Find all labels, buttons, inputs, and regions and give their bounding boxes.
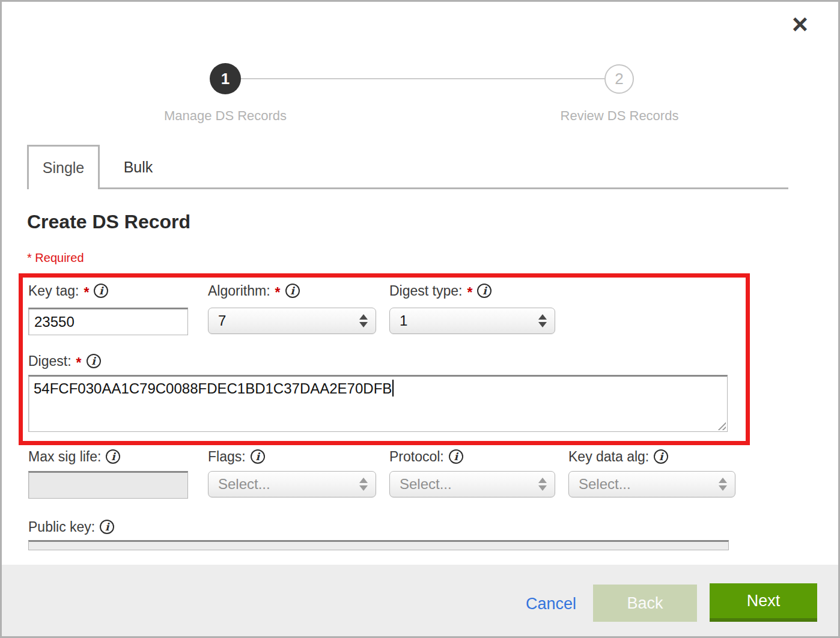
info-icon[interactable]: i <box>106 449 120 464</box>
next-button[interactable]: Next <box>710 583 817 622</box>
select-arrows-icon <box>359 478 368 491</box>
required-note: * Required <box>27 251 84 265</box>
tab-single[interactable]: Single <box>27 145 100 189</box>
select-arrows-icon <box>359 314 368 327</box>
page-title: Create DS Record <box>27 211 190 233</box>
info-icon[interactable]: i <box>94 284 108 298</box>
algorithm-label: Algorithm: <box>208 283 270 299</box>
key-data-alg-select[interactable]: Select... <box>568 471 735 497</box>
digest-textarea[interactable]: 54FCF030AA1C79C0088FDEC1BD1C37DAA2E70DFB <box>28 375 728 432</box>
key-data-alg-label: Key data alg: <box>568 449 649 465</box>
digest-label: Digest: <box>28 353 72 369</box>
close-icon[interactable]: × <box>792 10 808 38</box>
algorithm-select[interactable]: 7 <box>208 308 376 334</box>
modal-footer: Cancel Back Next <box>2 565 838 636</box>
digest-type-label-row: Digest type: * i <box>389 282 492 300</box>
required-asterisk: * <box>467 285 472 301</box>
info-icon[interactable]: i <box>477 284 492 298</box>
tab-bulk[interactable]: Bulk <box>100 145 177 189</box>
flags-label: Flags: <box>208 449 246 465</box>
flags-select[interactable]: Select... <box>208 471 376 497</box>
step-1-circle: 1 <box>210 63 241 94</box>
required-asterisk: * <box>275 285 281 301</box>
digest-type-select[interactable]: 1 <box>389 308 555 334</box>
info-icon[interactable]: i <box>654 449 668 464</box>
info-icon[interactable]: i <box>251 449 265 464</box>
step-2-circle: 2 <box>604 64 634 94</box>
key-tag-label: Key tag: <box>28 283 79 299</box>
max-sig-life-label: Max sig life: <box>28 449 101 465</box>
text-caret <box>392 380 394 396</box>
protocol-label: Protocol: <box>389 449 444 465</box>
required-asterisk: * <box>84 285 89 301</box>
step-1-label: Manage DS Records <box>129 108 321 124</box>
select-arrows-icon <box>538 314 547 327</box>
max-sig-life-input[interactable] <box>28 471 188 499</box>
create-ds-record-modal: × 1 2 Manage DS Records Review DS Record… <box>0 0 840 638</box>
info-icon[interactable]: i <box>87 354 101 368</box>
key-data-alg-label-row: Key data alg: i <box>568 448 668 466</box>
public-key-label: Public key: <box>28 519 95 535</box>
digest-type-label: Digest type: <box>389 283 462 299</box>
algorithm-select-value: 7 <box>218 312 226 329</box>
select-arrows-icon <box>719 478 727 491</box>
public-key-textarea[interactable] <box>28 540 729 550</box>
stepper-connector-line <box>241 78 604 79</box>
digest-type-select-value: 1 <box>400 312 407 329</box>
key-data-alg-select-value: Select... <box>579 476 631 493</box>
resize-handle-icon[interactable] <box>716 421 726 430</box>
flags-label-row: Flags: i <box>208 448 265 466</box>
flags-select-value: Select... <box>218 476 270 493</box>
digest-value: 54FCF030AA1C79C0088FDEC1BD1C37DAA2E70DFB <box>34 380 392 396</box>
select-arrows-icon <box>538 478 547 491</box>
digest-label-row: Digest: * i <box>28 352 101 370</box>
algorithm-label-row: Algorithm: * i <box>208 282 300 300</box>
cancel-button[interactable]: Cancel <box>526 595 576 613</box>
key-tag-label-row: Key tag: * i <box>28 282 108 300</box>
max-sig-life-label-row: Max sig life: i <box>28 448 120 466</box>
back-button[interactable]: Back <box>593 585 697 622</box>
info-icon[interactable]: i <box>100 520 114 534</box>
protocol-select-value: Select... <box>400 476 452 493</box>
info-icon[interactable]: i <box>449 449 463 464</box>
info-icon[interactable]: i <box>285 284 300 298</box>
public-key-label-row: Public key: i <box>28 518 114 536</box>
step-2-label: Review DS Records <box>523 108 716 124</box>
protocol-label-row: Protocol: i <box>389 448 463 466</box>
required-asterisk: * <box>76 355 82 371</box>
key-tag-input[interactable] <box>28 308 188 335</box>
protocol-select[interactable]: Select... <box>389 471 555 497</box>
